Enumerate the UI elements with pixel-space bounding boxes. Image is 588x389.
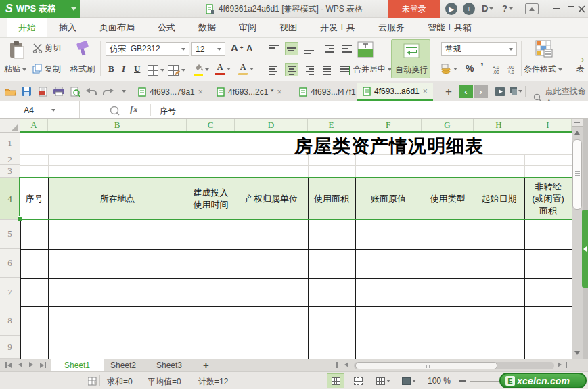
close-button[interactable] [573,0,588,18]
comma-style-button[interactable]: ’ [480,61,484,74]
tab-insert[interactable]: 插入 [47,18,88,37]
grow-font-button[interactable]: A+ [231,42,244,53]
insert-function-button[interactable]: fx [130,104,138,115]
cell-b4[interactable]: 所在地点 [48,178,187,220]
underline-button[interactable]: U [134,64,140,74]
number-format-select[interactable]: 常规 [441,42,517,56]
row-header-8[interactable]: 8 [0,306,20,336]
cell-h4[interactable]: 起始日期 [474,178,524,220]
print-button[interactable] [53,86,65,97]
cell-e4[interactable]: 使用面积 [308,178,355,220]
vertical-scroll-thumb[interactable] [572,139,582,210]
tab-view[interactable]: 视图 [268,18,309,37]
row-header-5[interactable]: 5 [0,220,20,249]
fill-color-button[interactable] [194,64,209,76]
align-center-button[interactable] [286,64,298,76]
borders-button[interactable] [148,65,164,76]
hsplit-handle-right[interactable] [566,362,567,368]
justify-button[interactable] [321,64,333,76]
increase-decimal-button[interactable]: +.0 .00 [493,65,499,74]
decrease-decimal-button[interactable]: .00 +.0 [507,65,514,74]
quickbar-dropdown[interactable] [118,86,130,97]
cell-i4[interactable]: 非转经 (或闲置) 面积 [524,178,572,220]
cell-f4[interactable]: 账面原值 [355,178,422,220]
session-button[interactable] [494,86,506,97]
select-all-corner[interactable] [0,119,20,133]
tab-page-layout[interactable]: 页面布局 [88,18,146,37]
font-color-button[interactable]: A [215,62,231,75]
docer-menu[interactable]: D [482,3,493,14]
export-pdf-button[interactable] [37,86,49,97]
column-header-a[interactable]: A [20,119,48,131]
close-tab-icon[interactable]: × [423,87,428,96]
document-tab-1[interactable]: 4f693...79a1 × [133,83,208,101]
column-header-f[interactable]: F [355,119,422,131]
redo-button[interactable] [101,86,114,97]
paste-button[interactable]: 粘贴 [4,64,26,75]
align-top-button[interactable] [268,43,280,55]
font-size-select[interactable]: 12 [191,42,225,56]
decrease-indent-button[interactable] [323,43,336,55]
column-header-c[interactable]: C [187,119,235,131]
shrink-font-button[interactable]: A- [246,43,256,53]
distributed-button[interactable] [338,64,350,76]
scroll-right-button[interactable] [558,362,562,367]
increase-indent-button[interactable] [341,43,353,55]
scroll-left-button[interactable] [344,362,348,367]
document-tab-2[interactable]: 4f693...2c1 * × [211,83,287,101]
next-tab-button[interactable]: › [474,85,488,98]
help-menu[interactable]: ? [502,3,513,14]
column-header-i[interactable]: I [524,119,572,131]
copy-button[interactable]: 复制 [45,64,61,75]
normal-view-button[interactable] [327,374,344,388]
scroll-down-button[interactable] [572,348,583,358]
percent-button[interactable]: % [466,63,474,74]
sheet-tab-1[interactable]: Sheet1 [51,359,104,372]
italic-button[interactable]: I [122,64,125,74]
currency-button[interactable] [441,64,457,74]
column-header-b[interactable]: B [48,119,187,131]
reading-view-button[interactable] [398,374,420,388]
close-tab-icon[interactable]: × [277,87,281,97]
new-document-tab-button[interactable]: + [440,83,457,101]
tab-home[interactable]: 开始 [7,18,47,37]
side-panel-handle[interactable] [582,210,588,288]
login-button[interactable]: 未登录 [388,0,440,18]
next-sheet-button[interactable] [29,362,33,367]
cell-g4[interactable]: 使用类型 [422,178,474,220]
sheet-tab-3[interactable]: Sheet3 [143,359,196,372]
hsplit-handle[interactable] [336,362,338,368]
document-tab-4-active[interactable]: 4f693...a6d1 × [357,83,433,101]
name-box[interactable]: A4 [0,101,80,118]
align-left-button[interactable] [268,64,280,76]
prev-tab-button[interactable]: ‹ [459,85,473,98]
cell-d4[interactable]: 产权归属单位 [235,178,308,220]
tab-list-button[interactable] [510,86,522,97]
row-header-9[interactable]: 9 [0,336,20,359]
bold-button[interactable]: B [108,64,114,74]
row-header-6[interactable]: 6 [0,249,20,278]
font-name-select[interactable]: 仿宋_GB2312 [106,42,189,56]
row-header-7[interactable]: 7 [0,278,20,306]
horizontal-scroll-thumb[interactable] [355,362,497,369]
cut-button[interactable]: 剪切 [45,43,61,54]
merge-center-button[interactable]: 合并居中 [353,64,392,75]
wps-logo[interactable]: S WPS 表格 [0,0,80,18]
align-bottom-button[interactable] [303,43,315,55]
fill-handle[interactable] [18,216,22,221]
minimize-button[interactable] [548,0,564,18]
row-header-1[interactable]: 1 [0,133,20,154]
tab-cloud[interactable]: 云服务 [367,18,416,37]
search-function-button[interactable] [108,105,120,116]
formula-content[interactable]: 序号 [160,106,176,117]
scroll-up-button[interactable] [572,127,583,137]
column-header-d[interactable]: D [235,119,308,131]
page-layout-view-button[interactable] [372,374,394,388]
community-icon[interactable]: ▶ [445,3,457,15]
align-right-button[interactable] [303,64,315,76]
row-header-4[interactable]: 4 [0,178,20,220]
zoom-out-button[interactable] [459,380,466,382]
save-button[interactable] [20,86,32,97]
column-header-h[interactable]: H [474,119,524,131]
close-tab-icon[interactable]: × [198,87,203,97]
